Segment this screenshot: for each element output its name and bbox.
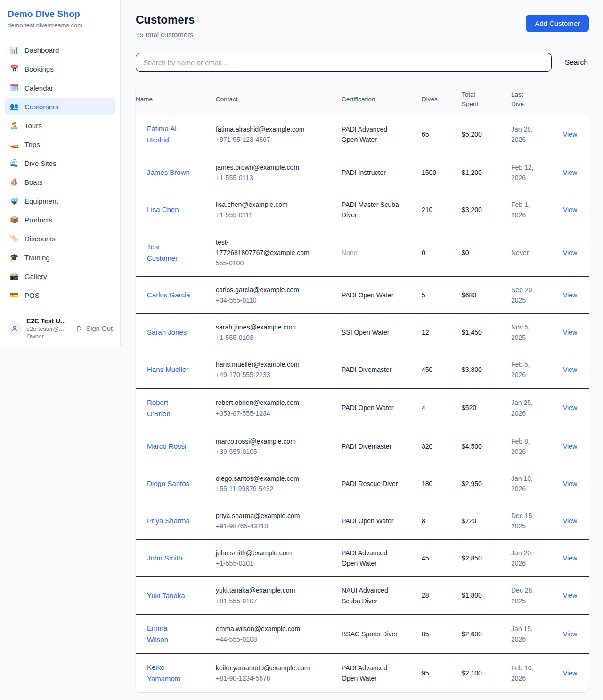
customer-total-spent: $1,800	[462, 577, 511, 614]
sidebar-item-calendar[interactable]: 🗓️ Calendar	[5, 79, 115, 97]
sidebar-item-dive-sites[interactable]: 🌊 Dive Sites	[5, 154, 115, 172]
shop-domain: demo.test.divestreams.com	[8, 22, 113, 29]
sidebar-item-gallery[interactable]: 📸 Gallery	[5, 267, 115, 285]
customer-dives: 0	[422, 229, 462, 276]
view-customer-link[interactable]: View	[563, 329, 577, 336]
sidebar-nav: 📊 Dashboard 📅 Bookings 🗓️ Calendar 👥 Cus…	[0, 36, 120, 311]
view-customer-link[interactable]: View	[563, 480, 577, 487]
view-customer-link[interactable]: View	[563, 291, 577, 299]
view-customer-link[interactable]: View	[563, 669, 577, 677]
customer-last-dive: Sep 20, 2025	[511, 285, 545, 305]
sidebar-item-customers[interactable]: 👥 Customers	[5, 98, 115, 115]
customer-name-link[interactable]: Sarah Jones	[147, 327, 187, 338]
customer-total-spent: $5,200	[462, 115, 511, 154]
customer-name-link[interactable]: Diego Santos	[147, 478, 189, 489]
customer-phone: +81-90-1234-5678	[216, 673, 337, 684]
customer-row-lisa-chen: Lisa Chen lisa.chen@example.com +1-555-0…	[136, 191, 589, 229]
view-customer-link[interactable]: View	[563, 366, 577, 373]
customers-table: Name Contact Certification Dives	[136, 84, 589, 692]
view-customer-link[interactable]: View	[563, 554, 577, 562]
customer-phone: +34-555-0110	[216, 295, 337, 305]
customer-email: john.smith@example.com	[216, 548, 321, 558]
sidebar-item-label: Discounts	[24, 235, 56, 243]
customer-name-link[interactable]: John Smith	[147, 552, 182, 564]
customer-name-link[interactable]: Priya Sharma	[147, 515, 190, 527]
customer-name-link[interactable]: Test Customer	[147, 241, 190, 264]
add-customer-button[interactable]: Add Customer	[526, 15, 589, 32]
customer-certification: PADI Advanced Open Water	[342, 124, 399, 145]
sign-out-button[interactable]: Sign Out	[76, 325, 113, 332]
sidebar-item-dashboard[interactable]: 📊 Dashboard	[5, 41, 115, 59]
dashboard-chart-icon: 📊	[9, 46, 19, 54]
customer-name-link[interactable]: Lisa Chen	[147, 204, 179, 215]
sidebar-item-boats[interactable]: ⛵ Boats	[5, 173, 115, 191]
customer-dives: 12	[422, 314, 462, 351]
search-row: Search	[136, 53, 589, 72]
customer-name-link[interactable]: Hans Mueller	[147, 364, 188, 375]
customer-row-james-brown: James Brown james.brown@example.com +1-5…	[136, 154, 589, 191]
sidebar-item-products[interactable]: 📦 Products	[5, 211, 115, 229]
view-customer-link[interactable]: View	[563, 630, 577, 638]
customer-certification: PADI Advanced Open Water	[342, 663, 399, 684]
customer-certification: None	[342, 247, 357, 258]
customer-total-spent: $2,950	[462, 465, 511, 502]
person-icon	[11, 325, 18, 332]
customer-email: marco.rossi@example.com	[216, 436, 321, 446]
view-customer-link[interactable]: View	[563, 206, 577, 214]
customer-email: priya.sharma@example.com	[216, 511, 321, 521]
customer-email: carlos.garcia@example.com	[216, 285, 321, 295]
sidebar-item-training[interactable]: 🎓 Training	[5, 248, 115, 266]
sidebar-item-tours[interactable]: 🏝️ Tours	[5, 116, 115, 134]
view-customer-link[interactable]: View	[563, 443, 577, 450]
customer-email: yuki.tanaka@example.com	[216, 585, 321, 595]
customer-phone: +1-555-0113	[216, 173, 337, 183]
customer-certification: BSAC Sports Diver	[342, 629, 398, 639]
sidebar-item-label: Customers	[24, 103, 59, 111]
customer-name-link[interactable]: Emma Wilson	[147, 623, 190, 645]
customer-name-link[interactable]: Yuki Tanaka	[147, 590, 185, 601]
sidebar-item-pos[interactable]: 💳 POS	[5, 286, 115, 304]
sidebar-item-discounts[interactable]: 🏷️ Discounts	[5, 230, 115, 247]
view-customer-link[interactable]: View	[563, 517, 577, 525]
view-customer-link[interactable]: View	[563, 592, 577, 599]
products-package-icon: 📦	[9, 215, 19, 224]
customer-row-john-smith: John Smith john.smith@example.com +1-555…	[136, 540, 589, 577]
customer-name-link[interactable]: James Brown	[147, 167, 190, 178]
customer-last-dive: Jan 25, 2026	[511, 397, 545, 418]
customer-dives: 28	[422, 577, 462, 614]
sidebar-item-equipment[interactable]: 🤿 Equipment	[5, 192, 115, 210]
customer-name-link[interactable]: Marco Rossi	[147, 441, 186, 452]
search-input[interactable]	[136, 53, 552, 72]
customer-dives: 1500	[422, 154, 462, 191]
sidebar-item-label: Products	[24, 216, 52, 224]
view-customer-link[interactable]: View	[563, 169, 577, 176]
customer-name-link[interactable]: Carlos Garcia	[147, 289, 190, 301]
sidebar-user-footer: E2E Test U... e2e-tester@... Owner Sign …	[0, 311, 120, 346]
dive-sites-wave-icon: 🌊	[9, 159, 19, 167]
sidebar-item-bookings[interactable]: 📅 Bookings	[5, 60, 115, 78]
view-customer-link[interactable]: View	[563, 131, 577, 138]
view-customer-link[interactable]: View	[563, 404, 577, 412]
customer-name-link[interactable]: Keiko Yamamoto	[147, 662, 190, 684]
sidebar: Demo Dive Shop demo.test.divestreams.com…	[0, 0, 121, 346]
user-name: E2E Test U...	[26, 317, 71, 325]
customer-dives: 45	[422, 540, 462, 577]
search-button[interactable]: Search	[564, 56, 589, 68]
sidebar-item-trips[interactable]: 🚤 Trips	[5, 135, 115, 153]
customer-name-link[interactable]: Fatima Al-Rashid	[147, 123, 190, 146]
customer-email: test-1772681807767@example.com	[216, 237, 321, 258]
view-customer-link[interactable]: View	[563, 249, 577, 256]
customer-phone: +39-555-0105	[216, 446, 337, 457]
customer-dives: 8	[422, 502, 462, 539]
customer-total-spent: $0	[462, 229, 511, 276]
customer-name-link[interactable]: Robert O'Brien	[147, 397, 190, 420]
table-header-row: Name Contact Certification Dives	[136, 84, 589, 115]
shop-header: Demo Dive Shop demo.test.divestreams.com	[0, 0, 120, 36]
main-content: Customers 15 total customers Add Custome…	[121, 0, 603, 700]
customer-last-dive: Never	[511, 247, 529, 258]
customer-dives: 95	[422, 653, 462, 692]
customer-certification: PADI Rescue Diver	[342, 478, 398, 489]
sidebar-item-label: Dashboard	[24, 46, 59, 54]
customer-phone: +91-98765-43210	[216, 521, 337, 531]
table-body: Fatima Al-Rashid fatima.alrashid@example…	[136, 115, 589, 692]
